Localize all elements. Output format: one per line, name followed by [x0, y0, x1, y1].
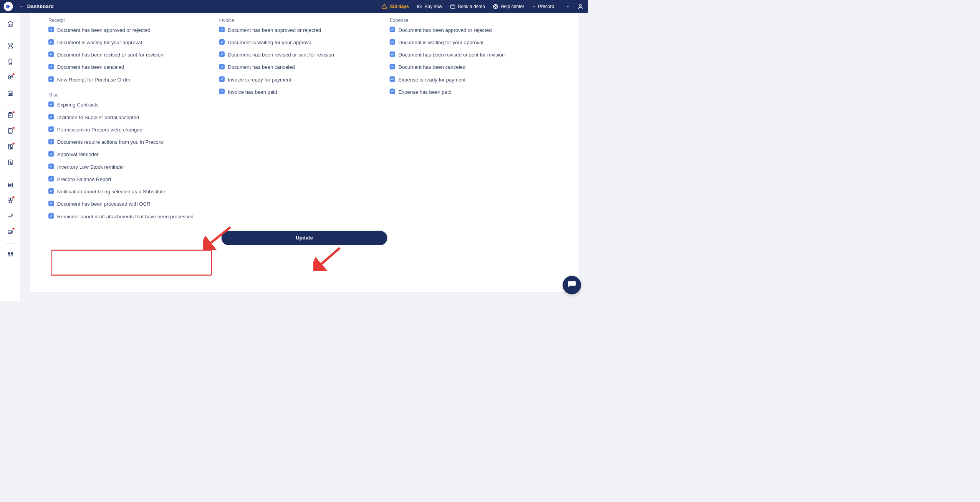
check-row-expense-2: Document has been revised or sent for re…	[390, 52, 551, 58]
check-row-misc-7: Notification about being selected as a S…	[48, 188, 210, 195]
checkbox[interactable]	[48, 76, 54, 81]
help-center-link[interactable]: Help center	[493, 4, 524, 9]
checkbox-label: Document is waiting for your approval	[399, 39, 483, 46]
cart-icon	[417, 4, 422, 9]
checkbox[interactable]	[48, 52, 54, 57]
checkbox[interactable]	[48, 188, 54, 194]
check-row-receipt-2: Document has been revised or sent for re…	[48, 52, 210, 58]
nav-order[interactable]	[5, 110, 15, 120]
checkbox[interactable]	[48, 126, 54, 132]
checkbox[interactable]	[48, 176, 54, 181]
nav-scan[interactable]	[5, 41, 15, 51]
checkbox-label: Document has been approved or rejected	[57, 27, 151, 34]
nav-inventory[interactable]	[5, 195, 15, 205]
checkbox[interactable]	[48, 151, 54, 156]
nav-settings[interactable]	[5, 249, 15, 259]
checkbox[interactable]	[48, 163, 54, 169]
checkbox-label: Notification about being selected as a S…	[57, 188, 166, 195]
checkbox[interactable]	[48, 101, 54, 107]
chevron-down-icon[interactable]	[566, 5, 570, 8]
svg-rect-5	[451, 5, 455, 9]
check-row-misc-6: Precoro Balance Report	[48, 176, 210, 183]
checkbox-label: Document has been processed with OCR	[57, 201, 151, 208]
precoro-logo[interactable]	[4, 2, 13, 11]
top-navbar: Dashboard 438 days Buy now Book a demo H…	[0, 0, 588, 13]
checkbox-label: Expiring Contracts	[57, 101, 99, 108]
check-row-invoice-1: Document is waiting for your approval	[219, 39, 380, 46]
checkbox-label: Invoice has been paid	[228, 89, 277, 96]
trial-warning[interactable]: 438 days	[382, 4, 409, 9]
page-title[interactable]: Dashboard	[27, 3, 54, 10]
checkbox[interactable]	[390, 52, 395, 57]
svg-rect-37	[9, 201, 12, 203]
checkbox[interactable]	[390, 89, 395, 94]
sidebar-nav	[0, 13, 21, 301]
book-demo-link[interactable]: Book a demo	[450, 4, 485, 9]
check-row-expense-1: Document is waiting for your approval	[390, 39, 551, 46]
check-row-misc-0: Expiring Contracts	[48, 101, 210, 108]
svg-point-4	[418, 6, 419, 7]
update-button[interactable]: Update	[222, 231, 387, 245]
nav-invoice[interactable]	[5, 141, 15, 151]
check-row-misc-8: Document has been processed with OCR	[48, 201, 210, 208]
group-title-receipt: Receipt	[48, 18, 210, 23]
check-row-expense-3: Document has been canceled	[390, 64, 551, 71]
check-row-expense-5: Expense has been paid	[390, 89, 551, 96]
checkbox[interactable]	[48, 39, 54, 45]
checkbox[interactable]	[48, 213, 54, 218]
checkbox-label: Invoice is ready for payment	[228, 76, 291, 83]
checkbox-label: New Receipt for Purchase Order	[57, 76, 131, 83]
svg-point-40	[8, 233, 10, 234]
checkbox[interactable]	[219, 76, 224, 81]
check-row-invoice-3: Document has been canceled	[219, 64, 380, 71]
chevron-down-icon	[532, 5, 536, 8]
trial-days-text: 438 days	[389, 4, 409, 9]
buy-now-link[interactable]: Buy now	[417, 4, 442, 9]
check-row-receipt-3: Document has been canceled	[48, 64, 210, 71]
checkbox[interactable]	[390, 27, 395, 32]
nav-integrations[interactable]	[5, 227, 15, 237]
checkbox-label: Document is waiting for your approval	[228, 39, 313, 46]
chat-widget-button[interactable]	[563, 276, 581, 294]
checkbox[interactable]	[219, 89, 224, 94]
checkbox-label: Document has been revised or sent for re…	[57, 52, 164, 58]
checkbox-label: Documents require actions from you in Pr…	[57, 139, 163, 146]
nav-budget[interactable]	[5, 180, 15, 189]
svg-rect-42	[8, 252, 10, 253]
checkbox[interactable]	[48, 114, 54, 119]
company-selector[interactable]: Precoro _	[532, 4, 558, 9]
checkbox-label: Reminder about draft attachments that ha…	[57, 213, 194, 220]
nav-receipt[interactable]	[5, 126, 15, 136]
checkbox-label: Approval reminder	[57, 151, 99, 158]
svg-point-19	[8, 76, 11, 78]
checkbox-label: Expense has been paid	[399, 89, 452, 96]
checkbox-label: Permissions in Precoro were changed	[57, 126, 142, 133]
checkbox[interactable]	[390, 64, 395, 69]
check-row-invoice-0: Document has been approved or rejected	[219, 27, 380, 34]
svg-rect-36	[10, 198, 13, 200]
receipt-section: Receipt Document has been approved or re…	[48, 18, 219, 226]
nav-warehouse[interactable]	[5, 88, 15, 98]
user-profile-icon[interactable]	[578, 3, 584, 10]
nav-home[interactable]	[5, 18, 15, 28]
nav-reports[interactable]	[5, 211, 15, 221]
checkbox[interactable]	[48, 201, 54, 206]
checkbox[interactable]	[48, 139, 54, 144]
checkbox[interactable]	[48, 27, 54, 32]
nav-requisition[interactable]	[5, 57, 15, 66]
checkbox-label: Document has been approved or rejected	[399, 27, 492, 34]
checkbox[interactable]	[219, 52, 224, 57]
chevron-down-icon[interactable]	[19, 4, 23, 8]
check-row-receipt-0: Document has been approved or rejected	[48, 27, 210, 34]
checkbox[interactable]	[219, 64, 224, 69]
nav-expense[interactable]	[5, 157, 15, 167]
checkbox[interactable]	[219, 27, 224, 32]
notifications-settings-card: Receipt Document has been approved or re…	[30, 13, 579, 292]
checkbox[interactable]	[219, 39, 224, 45]
nav-supplier[interactable]	[5, 72, 15, 82]
svg-rect-45	[11, 255, 13, 256]
checkbox[interactable]	[390, 39, 395, 45]
help-icon	[493, 4, 498, 9]
checkbox[interactable]	[390, 76, 395, 81]
checkbox[interactable]	[48, 64, 54, 69]
